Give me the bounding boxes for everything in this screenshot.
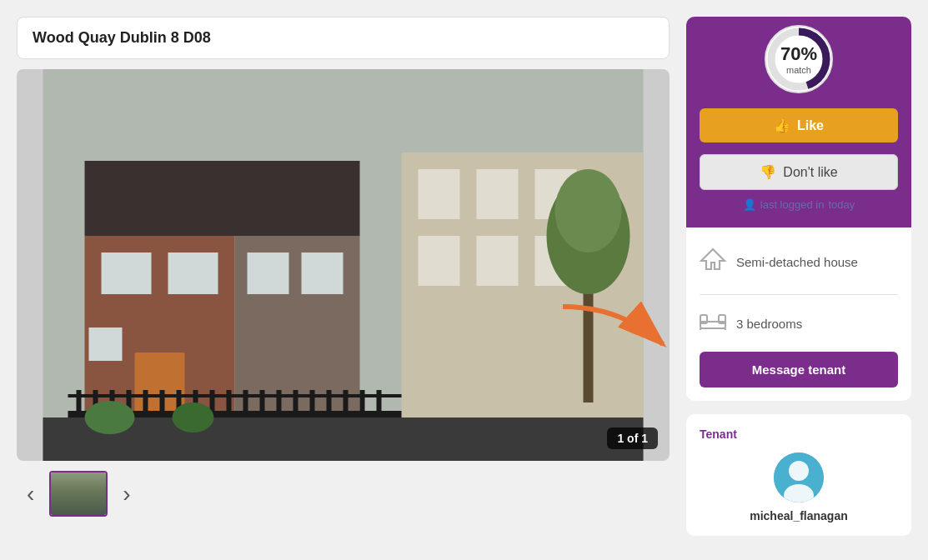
property-type-row: Semi-detached house — [700, 241, 898, 282]
tenant-section-label: Tenant — [700, 428, 898, 441]
svg-rect-12 — [168, 252, 218, 294]
message-tenant-button[interactable]: Message tenant — [700, 352, 898, 388]
svg-point-44 — [555, 169, 622, 252]
tenant-avatar — [774, 452, 824, 502]
like-button[interactable]: 👍 Like — [700, 108, 898, 142]
tenant-username: micheal_flanagan — [750, 509, 848, 522]
svg-rect-33 — [293, 390, 298, 419]
person-icon: 👤 — [743, 198, 756, 211]
svg-rect-14 — [302, 252, 344, 294]
detail-divider — [700, 294, 898, 295]
svg-rect-17 — [89, 328, 123, 361]
message-tenant-label: Message tenant — [752, 362, 846, 377]
property-image-container: 1 of 1 — [17, 69, 670, 461]
match-circle: 70% match — [761, 22, 836, 97]
svg-rect-38 — [377, 390, 382, 419]
svg-rect-34 — [310, 390, 315, 419]
svg-rect-25 — [160, 390, 165, 419]
svg-rect-6 — [477, 236, 519, 286]
svg-rect-11 — [102, 252, 152, 294]
detail-card: Semi-detached house 3 bedrooms Message t… — [686, 228, 911, 401]
svg-marker-8 — [85, 161, 360, 236]
svg-rect-30 — [243, 390, 248, 419]
next-button[interactable]: › — [116, 474, 137, 514]
bedrooms-text: 3 bedrooms — [736, 317, 802, 331]
bedrooms-row: 3 bedrooms — [700, 307, 898, 340]
thumbnail-image[interactable] — [49, 471, 108, 517]
thumbs-up-icon: 👍 — [774, 118, 790, 133]
property-image — [17, 69, 670, 461]
svg-rect-39 — [43, 418, 644, 461]
house-icon — [700, 246, 726, 278]
svg-rect-20 — [77, 390, 82, 419]
last-logged-prefix: last logged in — [760, 198, 825, 211]
svg-rect-29 — [227, 390, 232, 419]
svg-rect-31 — [260, 390, 265, 419]
svg-point-41 — [173, 402, 214, 432]
svg-rect-36 — [344, 390, 349, 419]
right-panel: 70% match 👍 Like 👎 Don't like 👤 last log… — [686, 17, 911, 536]
property-type-text: Semi-detached house — [736, 255, 858, 269]
property-title-text: Wood Quay Dublin 8 D08 — [33, 29, 211, 46]
match-label: match — [786, 65, 811, 75]
svg-marker-48 — [701, 249, 725, 269]
svg-rect-32 — [277, 390, 282, 419]
avatar-icon — [774, 452, 824, 502]
svg-rect-24 — [143, 390, 148, 419]
thumbs-down-icon: 👎 — [760, 164, 776, 180]
svg-rect-5 — [419, 236, 460, 286]
match-percent: 70% — [780, 43, 817, 65]
last-logged-time: today — [828, 198, 855, 211]
svg-rect-19 — [68, 394, 402, 398]
image-counter: 1 of 1 — [607, 428, 658, 449]
tenant-section: Tenant micheal_flanagan — [686, 414, 911, 536]
svg-point-55 — [789, 461, 809, 481]
bed-icon — [700, 312, 726, 335]
dont-like-label: Don't like — [783, 165, 837, 180]
prev-button[interactable]: ‹ — [20, 474, 41, 514]
last-logged-section: 👤 last logged in today — [743, 198, 855, 211]
property-title: Wood Quay Dublin 8 D08 — [17, 17, 670, 59]
thumbnail-row: ‹ › — [17, 471, 670, 517]
svg-point-40 — [85, 401, 135, 434]
svg-rect-37 — [360, 390, 365, 419]
left-panel: Wood Quay Dublin 8 D08 — [17, 17, 670, 536]
match-card: 70% match 👍 Like 👎 Don't like 👤 last log… — [686, 17, 911, 228]
svg-rect-3 — [477, 169, 519, 219]
dont-like-button[interactable]: 👎 Don't like — [700, 154, 898, 190]
like-label: Like — [797, 118, 824, 133]
svg-rect-13 — [248, 252, 289, 294]
svg-rect-2 — [419, 169, 460, 219]
svg-rect-35 — [327, 390, 332, 419]
tenant-profile[interactable]: micheal_flanagan — [700, 452, 898, 522]
